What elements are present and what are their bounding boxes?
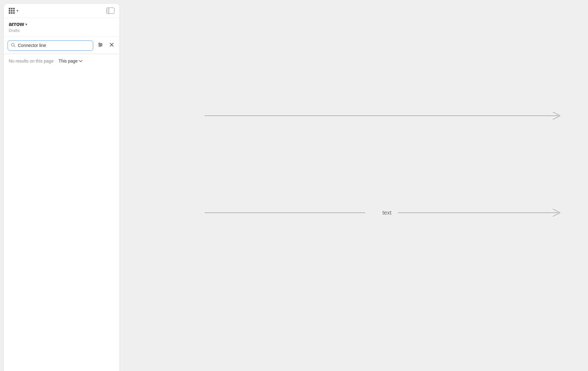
svg-line-1	[14, 46, 15, 47]
arrow-1	[205, 109, 569, 122]
svg-point-6	[101, 44, 102, 45]
separator: ·	[55, 58, 57, 64]
subtitle: Drafts	[9, 28, 114, 33]
toolbar-left: ▾	[9, 8, 18, 14]
main-canvas: text	[123, 0, 588, 371]
search-icon	[11, 43, 15, 48]
title-row: arrow ▾	[9, 21, 114, 28]
clear-search-icon[interactable]	[108, 41, 116, 50]
search-container	[4, 37, 119, 54]
svg-point-7	[99, 45, 100, 47]
svg-point-5	[99, 43, 100, 44]
search-box[interactable]	[8, 40, 93, 51]
grid-icon[interactable]	[9, 8, 15, 14]
page-title: arrow	[9, 21, 24, 28]
this-page-chevron-icon	[79, 59, 83, 63]
sidebar-toolbar: ▾	[4, 4, 119, 18]
this-page-label: This page	[58, 58, 78, 64]
arrow-2: text	[205, 206, 569, 219]
sidebar-title-section: arrow ▾ Drafts	[4, 18, 119, 37]
no-results-section: No results on this page · This page	[4, 54, 119, 68]
panel-toggle-button[interactable]	[106, 8, 114, 14]
sidebar: ▾ arrow ▾ Drafts	[4, 4, 119, 371]
filter-icon[interactable]	[96, 40, 105, 51]
no-results-text: No results on this page	[9, 58, 53, 64]
search-input[interactable]	[18, 43, 90, 48]
this-page-button[interactable]: This page	[58, 58, 82, 64]
toolbar-chevron-icon[interactable]: ▾	[17, 9, 18, 13]
title-chevron-icon[interactable]: ▾	[25, 22, 27, 27]
